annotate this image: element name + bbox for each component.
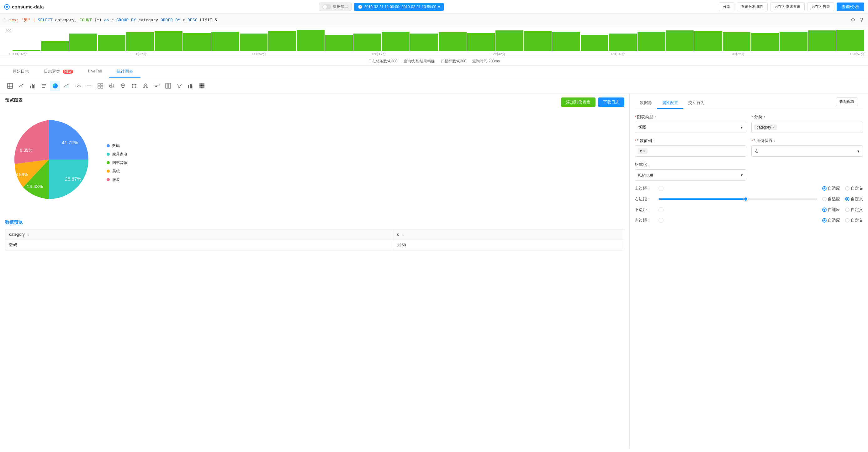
format-select[interactable]: K,Mil,Bil ▾ (635, 169, 746, 181)
tab-raw-logs[interactable]: 原始日志 (5, 66, 36, 78)
margin-bottom-row: 下边距： 自适应 自定义 (635, 207, 863, 213)
category-tag-input[interactable]: category × (751, 122, 863, 133)
sql-val-2: (*) (94, 18, 104, 22)
hist-bar[interactable] (98, 35, 126, 51)
chart-type-select[interactable]: 饼图 ▾ (635, 122, 746, 133)
collapse-config-btn[interactable]: 收起配置 (836, 97, 858, 106)
margin-right-slider[interactable] (658, 198, 817, 200)
sort-icon-c[interactable]: ⇅ (401, 233, 404, 236)
tab-livetail[interactable]: LiveTail (81, 66, 109, 78)
tool-area-btn[interactable] (61, 81, 71, 91)
tool-heatmap-btn[interactable] (197, 81, 207, 91)
hist-bar[interactable] (439, 32, 467, 51)
margin-left-custom[interactable]: 自定义 (845, 218, 863, 223)
hist-bar[interactable] (694, 31, 722, 51)
hist-bar[interactable] (552, 32, 580, 51)
hist-bar[interactable] (240, 34, 268, 51)
help-icon-btn[interactable]: ? (859, 16, 864, 24)
tool-geo-btn[interactable] (118, 81, 128, 91)
line-number: 1 (4, 18, 6, 22)
download-logs-btn[interactable]: 下载日志 (598, 97, 624, 107)
legend-pos-select[interactable]: 右 ▾ (751, 146, 863, 157)
tool-line-btn[interactable] (16, 81, 26, 91)
margin-bottom-custom[interactable]: 自定义 (845, 207, 863, 213)
x-label-6: 13时32分 (730, 52, 744, 57)
hist-bar[interactable] (524, 31, 552, 51)
hist-bar[interactable] (780, 32, 807, 51)
svg-rect-43 (201, 85, 203, 87)
tab-log-cluster[interactable]: 日志聚类 NEW (36, 66, 81, 78)
tab-attr-config[interactable]: 属性配置 (657, 97, 683, 109)
margin-right-adaptive[interactable]: 自适应 (822, 196, 840, 202)
tool-filter-btn[interactable] (174, 81, 184, 91)
hist-bar[interactable] (495, 30, 523, 51)
data-process-toggle[interactable]: 数据加工 (319, 2, 351, 11)
hist-bar[interactable] (723, 32, 751, 51)
hist-bar[interactable] (12, 50, 40, 51)
hist-bar[interactable] (638, 32, 665, 51)
tool-column-btn[interactable] (186, 81, 196, 91)
hist-bar[interactable] (410, 34, 438, 51)
hist-bar[interactable] (666, 30, 694, 51)
hist-bar[interactable] (808, 30, 836, 51)
hist-bar[interactable] (609, 34, 637, 51)
settings-icon-btn[interactable]: ⚙ (849, 16, 857, 24)
tool-wordcloud-btn[interactable]: Word (152, 81, 162, 91)
save-query-btn[interactable]: 另存为快速查询 (770, 2, 805, 11)
tab-interaction[interactable]: 交互行为 (683, 97, 710, 109)
top-bar-right: 分享 查询分析属性 另存为快速查询 另存为告警 查询/分析 (719, 2, 864, 11)
margin-bottom-adaptive[interactable]: 自适应 (822, 207, 840, 213)
tool-flow-btn[interactable] (129, 81, 139, 91)
slider-fill (658, 198, 746, 200)
hist-bar[interactable] (836, 30, 864, 51)
sort-icon-category[interactable]: ⇅ (27, 233, 29, 236)
value-col-tag: c × (638, 148, 648, 154)
category-tag-close[interactable]: × (772, 125, 774, 129)
time-range-btn[interactable]: 🕐 2019-02-21 11:00:00~2019-02-21 13:59:0… (354, 3, 444, 11)
query-attr-btn[interactable]: 查询分析属性 (737, 2, 768, 11)
hist-bar[interactable] (183, 33, 211, 51)
value-col-tag-input[interactable]: c × (635, 146, 746, 157)
line-chart-icon (19, 83, 24, 89)
hist-bar[interactable] (155, 31, 183, 51)
margin-top-input (658, 186, 817, 191)
hist-bar[interactable] (297, 30, 324, 51)
hist-bar[interactable] (41, 41, 69, 51)
tool-scatter-btn[interactable] (95, 81, 105, 91)
query-analyze-btn[interactable]: 查询/分析 (837, 2, 864, 11)
margin-right-custom[interactable]: 自定义 (845, 196, 863, 202)
tool-number-btn[interactable]: 123 (73, 81, 83, 91)
margin-bottom-adaptive-radio (822, 207, 827, 212)
hist-bar[interactable] (581, 35, 609, 51)
share-btn[interactable]: 分享 (719, 2, 735, 11)
hist-bar[interactable] (751, 33, 779, 51)
hist-bar[interactable] (353, 34, 381, 51)
tool-gauge-btn[interactable] (84, 81, 94, 91)
tab-stats-chart[interactable]: 统计图表 (109, 66, 141, 78)
margin-top-custom[interactable]: 自定义 (845, 186, 863, 191)
tab-datasource[interactable]: 数据源 (635, 97, 657, 109)
toggle-circle (322, 4, 331, 9)
tool-map-btn[interactable] (106, 81, 117, 91)
hist-bar[interactable] (126, 32, 154, 51)
tool-sort-btn[interactable] (39, 81, 49, 91)
sql-content[interactable]: sex: "男" | SELECT category, COUNT (*) as… (9, 17, 846, 23)
table-header-row: category ⇅ c ⇅ (5, 229, 624, 239)
margin-top-adaptive[interactable]: 自适应 (822, 186, 840, 191)
tool-relation-btn[interactable] (141, 81, 151, 91)
hist-bar[interactable] (467, 33, 495, 51)
tool-table-btn[interactable] (5, 81, 15, 91)
save-alert-btn[interactable]: 另存为告警 (807, 2, 834, 11)
hist-bar[interactable] (211, 32, 239, 51)
tool-split-btn[interactable] (163, 81, 173, 91)
slider-thumb[interactable] (744, 197, 748, 201)
hist-bar[interactable] (325, 35, 353, 51)
hist-bar[interactable] (69, 34, 97, 51)
add-to-dashboard-btn[interactable]: 添加到仪表盘 (561, 97, 595, 107)
tool-pie-btn[interactable] (50, 81, 60, 91)
hist-bar[interactable] (382, 32, 410, 51)
value-col-tag-close[interactable]: × (643, 149, 645, 153)
margin-left-adaptive[interactable]: 自适应 (822, 218, 840, 223)
tool-bar-btn[interactable] (28, 81, 38, 91)
hist-bar[interactable] (268, 31, 296, 51)
